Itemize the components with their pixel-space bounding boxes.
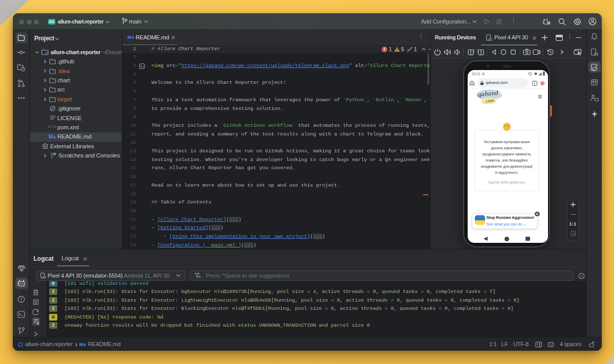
svg-text:M: M bbox=[127, 34, 131, 40]
svg-text:?: ? bbox=[580, 273, 582, 278]
svg-text:?: ? bbox=[22, 68, 24, 71]
svg-text:M: M bbox=[49, 134, 53, 140]
svg-text:M: M bbox=[79, 342, 83, 347]
